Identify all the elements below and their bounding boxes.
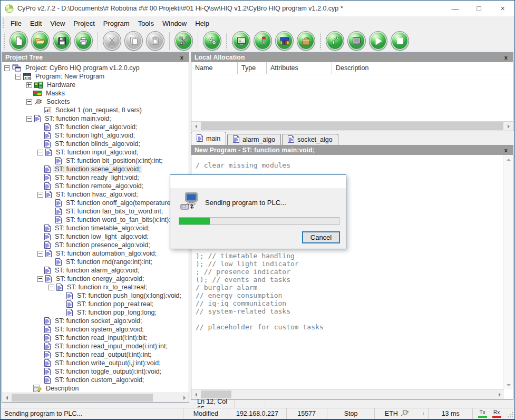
- scroll-right-icon[interactable]: [504, 122, 513, 131]
- tree-item[interactable]: Hardware: [2, 81, 189, 89]
- collapse-minus-icon[interactable]: [37, 150, 43, 155]
- tree-item[interactable]: ST: function rnd(range:int):int;: [2, 258, 189, 266]
- scroll-up-icon[interactable]: [504, 155, 513, 164]
- tree-item[interactable]: ST: function toggle_output(i:int):void;: [2, 367, 189, 376]
- tree-item[interactable]: ST: function main:void;: [2, 114, 189, 123]
- tree-item[interactable]: ST: function hvac_algo:void;: [2, 190, 189, 199]
- collapse-minus-icon[interactable]: [48, 285, 54, 290]
- tree-item[interactable]: Socket 1 (on_request, 8 vars): [2, 106, 189, 114]
- menu-project[interactable]: Project: [69, 18, 99, 29]
- collapse-minus-icon[interactable]: [37, 251, 43, 257]
- tree-item[interactable]: ST: function low_light_algo:void;: [2, 232, 189, 241]
- tree-item[interactable]: ST: function energy_algo:void;: [2, 275, 189, 283]
- tree-item[interactable]: Sockets: [2, 97, 189, 106]
- scroll-left-icon[interactable]: [2, 393, 11, 402]
- tree-item[interactable]: ST: function word_to_fan_bits(x:int):voi…: [2, 216, 189, 224]
- tree-item[interactable]: ST: function read_input_mode(i:int):int;: [2, 342, 189, 350]
- allocation-table-body[interactable]: [191, 74, 513, 121]
- editor-close-icon[interactable]: x: [502, 147, 510, 153]
- open-button[interactable]: [31, 31, 50, 51]
- tree-item[interactable]: ST: function read_output(i:int):int;: [2, 350, 189, 359]
- column-header-name[interactable]: Name: [191, 62, 238, 74]
- update-button[interactable]: [326, 31, 344, 51]
- project-tree-close-icon[interactable]: x: [178, 54, 186, 61]
- paste-button[interactable]: [146, 31, 164, 51]
- monitor-button[interactable]: [347, 31, 366, 51]
- tree-item[interactable]: ST: function automation_algo:void;: [2, 249, 189, 258]
- editor-vscrollbar[interactable]: [503, 155, 513, 389]
- menu-tools[interactable]: Tools: [134, 18, 158, 29]
- tools-button[interactable]: [174, 31, 193, 51]
- cancel-button[interactable]: Cancel: [302, 231, 340, 243]
- menu-file[interactable]: File: [6, 18, 26, 29]
- scroll-right-icon[interactable]: [495, 390, 504, 399]
- menu-program[interactable]: Program: [99, 18, 134, 29]
- tree-item[interactable]: ST: function fan_bits_to_word:int;: [2, 207, 189, 216]
- tree-item[interactable]: ST: function input_algo:void;: [2, 148, 189, 157]
- variables-button[interactable]: [254, 31, 272, 51]
- send-program-button[interactable]: [297, 31, 315, 51]
- project-tree-hscrollbar[interactable]: [2, 393, 189, 402]
- tree-item[interactable]: ST: function timetable_algo:void;: [2, 224, 189, 232]
- tree-item[interactable]: ST: function system_algo:void;: [2, 325, 189, 334]
- close-button[interactable]: ×: [491, 1, 514, 16]
- menu-view[interactable]: View: [46, 18, 69, 29]
- resize-grip[interactable]: [506, 408, 514, 419]
- local-allocation-close-icon[interactable]: x: [502, 54, 510, 61]
- menu-edit[interactable]: Edit: [26, 18, 46, 29]
- tree-item[interactable]: ST: function remote_algo:void;: [2, 182, 189, 190]
- tree-item[interactable]: ST: function write_output(i,j:int):void;: [2, 359, 189, 367]
- stop-button[interactable]: [391, 31, 409, 51]
- minimize-button[interactable]: —: [443, 1, 467, 16]
- tree-item[interactable]: ST: function alarm_algo:void;: [2, 266, 189, 275]
- copy-button[interactable]: [124, 31, 143, 51]
- allocation-button[interactable]: [275, 31, 294, 51]
- save-button[interactable]: [53, 31, 71, 51]
- new-button[interactable]: [9, 31, 28, 51]
- dialog-title-bar[interactable]: [170, 175, 346, 188]
- tree-item[interactable]: ST: function ready_light:void;: [2, 173, 189, 182]
- maximize-button[interactable]: □: [467, 1, 491, 16]
- toolbar-drag-handle[interactable]: [319, 33, 322, 50]
- menu-window[interactable]: Window: [158, 18, 191, 29]
- tree-item[interactable]: Description: [2, 384, 189, 393]
- cut-button[interactable]: [103, 31, 121, 51]
- tree-item[interactable]: ST: function scene_algo:void;: [2, 165, 189, 173]
- tree-item[interactable]: ST: function pop_long:long;: [2, 308, 189, 317]
- column-header-attributes[interactable]: Attributes: [267, 62, 332, 74]
- menu-help[interactable]: Help: [191, 18, 213, 29]
- tree-item[interactable]: ST: function push_long(x:long):void;: [2, 291, 189, 300]
- collapse-minus-icon[interactable]: [26, 99, 32, 105]
- column-header-type[interactable]: Type: [238, 62, 267, 74]
- tree-item[interactable]: ST: function onoff_algo(temperature,setp…: [2, 199, 189, 207]
- tree-item[interactable]: ST: function presence_algo:void;: [2, 241, 189, 249]
- tree-item[interactable]: ST: function blinds_algo:void;: [2, 140, 189, 148]
- tab-socket_algo[interactable]: socket_algo: [282, 134, 338, 145]
- start-button[interactable]: [369, 31, 387, 51]
- toolbar-drag-handle[interactable]: [3, 33, 5, 50]
- tree-item[interactable]: ST: function clear_algo:void;: [2, 123, 189, 131]
- tree-item[interactable]: Project: CyBro HIQ program v1.2.0.cyp: [2, 64, 189, 72]
- tree-item[interactable]: ST: function light_algo:void;: [2, 131, 189, 140]
- tree-item[interactable]: ST: function rx_to_real:real;: [2, 283, 189, 291]
- scroll-left-icon[interactable]: [191, 122, 200, 131]
- scroll-thumb[interactable]: [201, 122, 503, 130]
- tree-item[interactable]: ST: function read_input(i:int):bit;: [2, 334, 189, 342]
- scroll-right-icon[interactable]: [180, 393, 189, 402]
- collapse-minus-icon[interactable]: [26, 116, 32, 122]
- communication-setup-button[interactable]: [203, 31, 221, 51]
- allocation-hscrollbar[interactable]: [191, 121, 513, 131]
- toolbar-drag-handle[interactable]: [226, 33, 228, 50]
- scroll-thumb[interactable]: [12, 394, 153, 402]
- column-header-description[interactable]: Description: [332, 62, 513, 74]
- tree-item[interactable]: ST: function custom_algo:void;: [2, 376, 189, 384]
- print-button[interactable]: [74, 31, 93, 51]
- tree-item[interactable]: ST: function bit_position(x:int):int;: [2, 157, 189, 165]
- menu-drag-handle[interactable]: [2, 17, 4, 29]
- collapse-minus-icon[interactable]: [37, 192, 43, 198]
- collapse-minus-icon[interactable]: [15, 74, 21, 80]
- editor-hscrollbar[interactable]: [191, 389, 504, 399]
- tree-item[interactable]: ST: function pop_real:real;: [2, 300, 189, 308]
- collapse-minus-icon[interactable]: [4, 65, 10, 71]
- expand-plus-icon[interactable]: [26, 82, 32, 88]
